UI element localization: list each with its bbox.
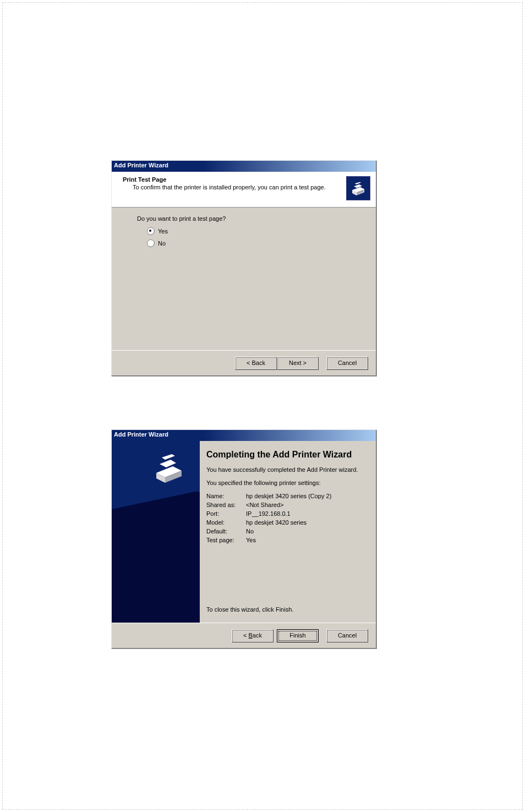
back-button[interactable]: < Back [235,357,277,370]
svg-marker-4 [355,182,361,184]
close-instruction: To close this wizard, click Finish. [206,606,366,613]
wizard-side-panel [112,441,200,623]
radio-no-label: No [158,240,166,247]
dialog-body: Completing the Add Printer Wizard You ha… [112,441,376,623]
next-button[interactable]: Next > [277,357,319,370]
page-frame [2,2,523,810]
printer-icon [346,176,370,200]
svg-marker-3 [354,184,362,188]
cancel-button[interactable]: Cancel [326,357,368,370]
header-subtitle: To confirm that the printer is installed… [133,184,368,190]
completing-wizard-dialog: Add Printer Wizard Completing the Add Pr… [111,429,376,648]
svg-marker-9 [162,454,175,460]
radio-yes-input[interactable] [147,227,155,235]
printer-icon [153,452,186,484]
back-button[interactable]: < Back [232,629,274,642]
setting-value: hp deskjet 3420 series [246,519,366,526]
dialog-button-bar: < Back Next > Cancel [112,350,376,375]
success-text: You have successfully completed the Add … [206,466,366,473]
dialog-header: Print Test Page To confirm that the prin… [112,172,376,208]
side-panel-art [112,491,200,623]
cancel-button[interactable]: Cancel [326,629,368,642]
completing-heading: Completing the Add Printer Wizard [206,450,366,460]
setting-value: Yes [246,537,366,543]
setting-label: Model: [206,519,246,526]
finish-button[interactable]: Finish [277,629,319,642]
radio-no-row[interactable]: No [147,239,376,247]
radio-yes-label: Yes [158,228,168,235]
setting-value: IP__192.168.0.1 [246,510,366,517]
dialog-title-text: Add Printer Wizard [114,162,168,168]
settings-intro: You specified the following printer sett… [206,479,366,486]
dialog-title-text: Add Printer Wizard [114,431,168,438]
setting-label: Shared as: [206,502,246,508]
setting-value: hp deskjet 3420 series (Copy 2) [246,493,366,499]
setting-label: Default: [206,528,246,535]
settings-table: Name:hp deskjet 3420 series (Copy 2)Shar… [206,493,366,543]
header-title: Print Test Page [123,176,368,183]
setting-label: Port: [206,510,246,517]
dialog-content: Do you want to print a test page? Yes No [112,208,376,350]
dialog-titlebar[interactable]: Add Printer Wizard [112,161,376,172]
dialog-titlebar[interactable]: Add Printer Wizard [112,430,376,441]
setting-value: No [246,528,366,535]
setting-label: Test page: [206,537,246,543]
radio-yes-row[interactable]: Yes [147,227,376,235]
test-page-prompt: Do you want to print a test page? [137,215,376,222]
svg-marker-8 [160,460,176,467]
dialog-button-bar: < Back Finish Cancel [112,623,376,648]
print-test-page-dialog: Add Printer Wizard Print Test Page To co… [111,160,376,376]
radio-no-input[interactable] [147,239,155,247]
finish-panel: Completing the Add Printer Wizard You ha… [200,441,376,623]
setting-label: Name: [206,493,246,499]
setting-value: <Not Shared> [246,502,366,508]
